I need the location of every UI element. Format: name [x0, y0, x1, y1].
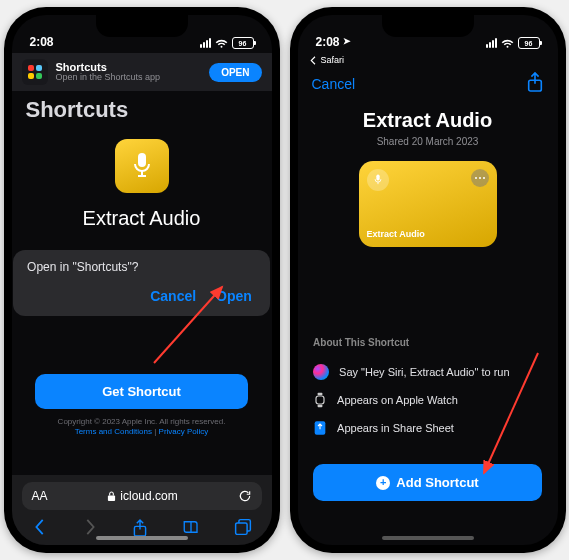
notch: [96, 15, 188, 37]
open-in-dialog: Open in "Shortcuts"? Cancel Open: [13, 250, 270, 316]
banner-open-button[interactable]: OPEN: [209, 63, 261, 82]
share-button[interactable]: [526, 71, 544, 97]
svg-rect-12: [318, 405, 323, 407]
back-icon[interactable]: [32, 518, 48, 536]
get-shortcut-button[interactable]: Get Shortcut: [35, 374, 248, 409]
terms-link[interactable]: Terms and Conditions: [75, 427, 152, 436]
share-icon[interactable]: [132, 518, 148, 538]
svg-rect-8: [376, 175, 379, 181]
aa-button[interactable]: AA: [32, 489, 48, 503]
dialog-cancel-button[interactable]: Cancel: [150, 288, 196, 304]
shortcut-name: Extract Audio: [83, 207, 201, 230]
privacy-link[interactable]: Privacy Policy: [159, 427, 209, 436]
preview-label: Extract Audio: [367, 229, 489, 239]
svg-rect-0: [138, 153, 146, 167]
battery-icon: 96: [518, 37, 540, 49]
location-icon: ➤: [343, 36, 351, 46]
shortcut-icon: [115, 139, 169, 193]
svg-rect-11: [318, 393, 323, 395]
watch-icon: [313, 392, 327, 408]
back-to-safari[interactable]: Safari: [298, 53, 558, 65]
status-time: 2:08: [316, 35, 340, 49]
battery-icon: 96: [232, 37, 254, 49]
app-store-banner[interactable]: Shortcuts Open in the Shortcuts app OPEN: [12, 53, 272, 91]
shared-date: Shared 20 March 2023: [377, 136, 479, 147]
bookmarks-icon[interactable]: [182, 518, 200, 536]
shortcuts-app-icon: [22, 59, 48, 85]
cancel-button[interactable]: Cancel: [312, 76, 356, 92]
siri-icon: [313, 364, 329, 380]
phone-right: 2:08 ➤ 96 Safari Cancel Extract Audio: [290, 7, 566, 553]
home-indicator: [96, 536, 188, 540]
banner-subtitle: Open in the Shortcuts app: [56, 73, 202, 83]
forward-icon: [82, 518, 98, 536]
safari-bar: AA icloud.com: [12, 475, 272, 545]
notch: [382, 15, 474, 37]
footer: Copyright © 2023 Apple Inc. All rights r…: [58, 417, 226, 438]
home-indicator: [382, 536, 474, 540]
phone-left: 2:08 96 Shortcuts Open in the Shortcuts …: [4, 7, 280, 553]
wifi-icon: [215, 39, 228, 48]
tabs-icon[interactable]: [234, 518, 252, 536]
svg-rect-10: [316, 396, 324, 404]
about-row-share: Appears in Share Sheet: [313, 414, 542, 442]
reload-icon[interactable]: [238, 489, 252, 503]
url-bar[interactable]: AA icloud.com: [22, 482, 262, 510]
url-domain: icloud.com: [120, 489, 177, 503]
dialog-open-button[interactable]: Open: [216, 288, 252, 304]
lock-icon: [107, 491, 116, 502]
shortcut-title: Extract Audio: [363, 109, 492, 132]
svg-rect-5: [235, 523, 246, 534]
add-shortcut-button[interactable]: + Add Shortcut: [313, 464, 542, 501]
about-row-watch: Appears on Apple Watch: [313, 386, 542, 414]
about-heading: About This Shortcut: [313, 337, 542, 348]
shortcut-preview-card[interactable]: Extract Audio: [359, 161, 497, 247]
status-time: 2:08: [30, 35, 54, 49]
svg-rect-3: [108, 495, 115, 500]
share-sheet-icon: [313, 420, 327, 436]
about-row-siri: Say "Hey Siri, Extract Audio" to run: [313, 358, 542, 386]
more-icon[interactable]: [471, 169, 489, 187]
wifi-icon: [501, 39, 514, 48]
microphone-icon: [367, 169, 389, 191]
page-title: Shortcuts: [12, 91, 272, 131]
plus-icon: +: [376, 476, 390, 490]
dialog-message: Open in "Shortcuts"?: [27, 260, 256, 274]
signal-icon: [486, 38, 497, 48]
signal-icon: [200, 38, 211, 48]
